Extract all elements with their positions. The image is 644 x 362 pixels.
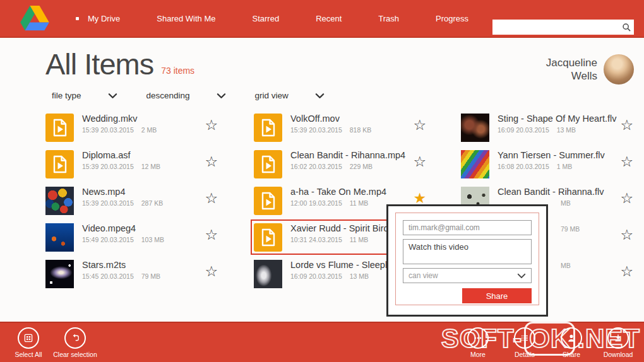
star-toggle-icon[interactable]: ☆ — [205, 118, 218, 132]
file-size: 287 KB — [141, 199, 163, 207]
details-label: Details — [515, 351, 535, 358]
star-toggle-icon[interactable]: ☆ — [413, 118, 426, 132]
main-nav: My DriveShared With MeStarredRecentTrash… — [76, 14, 468, 23]
star-toggle-icon[interactable]: ☆ — [205, 228, 218, 242]
filter-dropdown-file-type[interactable]: file type — [52, 91, 117, 100]
file-item[interactable]: News.mp4 15:39 20.03.2015287 KB ☆ — [45, 185, 218, 222]
star-toggle-icon[interactable]: ☆ — [413, 155, 426, 169]
file-text: Clean Bandit - Rihanna.mp4 16:02 20.03.2… — [290, 150, 405, 170]
file-size: 13 MB — [350, 272, 369, 280]
video-thumbnail — [461, 114, 489, 142]
nav-item-starred[interactable]: Starred — [252, 14, 279, 23]
file-text: VolkOff.mov 15:39 20.03.2015818 KB — [290, 114, 371, 134]
select-all-icon — [18, 327, 39, 349]
file-name: Lorde vs Flume - Sleeple — [290, 260, 392, 271]
share-permission-select[interactable]: can view — [403, 268, 532, 283]
user-name: Jacqueline Wells — [534, 56, 597, 83]
file-size: 79 MB — [561, 225, 580, 233]
file-text: Video.mpeg4 15:49 20.03.2015103 MB — [82, 223, 164, 243]
more-icon — [467, 327, 489, 349]
file-meta: 16:02 20.03.2015229 MB — [290, 163, 405, 170]
filter-bar: file typedescendinggrid view — [52, 91, 354, 100]
file-datetime: 15:45 20.03.2015 — [82, 272, 134, 280]
download-button[interactable]: Download — [595, 327, 641, 358]
share-dialog: Watch this video can view Share — [386, 204, 548, 317]
file-size: 11 MB — [350, 236, 369, 243]
video-thumbnail — [254, 260, 282, 288]
user-avatar[interactable] — [604, 54, 634, 85]
select-all-button[interactable]: Select All — [5, 327, 52, 358]
nav-item-trash[interactable]: Trash — [378, 14, 399, 23]
file-item[interactable]: Yann Tiersen - Summer.flv 16:08 20.03.20… — [461, 149, 633, 185]
file-text: Diploma.asf 15:39 20.03.201512 MB — [82, 150, 160, 170]
file-item[interactable]: Video.mpeg4 15:49 20.03.2015103 MB ☆ — [45, 222, 218, 259]
file-size: 229 MB — [350, 163, 373, 170]
file-meta: 15:39 20.03.2015287 KB — [82, 199, 163, 207]
nav-item-progress[interactable]: Progress — [436, 14, 468, 23]
file-datetime: 10:31 24.03.2015 — [290, 236, 342, 243]
file-text: Yann Tiersen - Summer.flv 16:08 20.03.20… — [498, 150, 605, 170]
bottom-app-bar: Select All Clear selection More Details … — [0, 322, 644, 362]
file-size: MB — [561, 262, 571, 269]
file-name: Clean Bandit - Rihanna.mp4 — [290, 150, 405, 161]
file-name: Clean Bandit - Rihanna.flv — [498, 187, 604, 197]
star-toggle-icon[interactable]: ☆ — [620, 118, 633, 132]
video-file-icon — [45, 187, 74, 215]
file-meta: 16:08 20.03.20151 MB — [498, 163, 605, 170]
star-toggle-icon[interactable]: ☆ — [620, 191, 633, 206]
google-drive-logo-icon[interactable] — [20, 6, 49, 31]
share-submit-button[interactable]: Share — [462, 288, 532, 303]
file-meta: 15:39 20.03.201512 MB — [82, 163, 160, 170]
video-file-icon — [254, 114, 282, 142]
star-toggle-icon[interactable]: ☆ — [620, 155, 633, 169]
user-account[interactable]: Jacqueline Wells — [534, 54, 634, 85]
file-meta: 16:09 20.03.201513 MB — [290, 272, 392, 280]
file-size: 79 MB — [141, 272, 160, 280]
top-nav-bar: My DriveShared With MeStarredRecentTrash… — [0, 0, 644, 38]
search-input[interactable] — [492, 20, 619, 35]
share-button[interactable]: Share — [548, 327, 595, 358]
chevron-down-icon — [108, 93, 117, 99]
file-item[interactable]: Clean Bandit - Rihanna.mp4 16:02 20.03.2… — [254, 149, 426, 185]
chevron-down-icon — [517, 273, 526, 279]
details-button[interactable]: Details — [501, 327, 548, 358]
star-toggle-icon[interactable]: ☆ — [205, 264, 218, 279]
star-toggle-icon[interactable]: ☆ — [205, 155, 218, 169]
star-toggle-icon[interactable]: ★ — [413, 191, 426, 206]
file-text: News.mp4 15:39 20.03.2015287 KB — [82, 187, 163, 207]
star-toggle-icon[interactable]: ☆ — [620, 264, 633, 279]
clear-selection-button[interactable]: Clear selection — [52, 327, 98, 358]
file-item[interactable]: Wedding.mkv 15:39 20.03.20152 MB ☆ — [45, 112, 218, 149]
filter-dropdown-descending[interactable]: descending — [146, 91, 226, 100]
file-size: 103 MB — [141, 236, 164, 243]
file-size: 11 MB — [350, 199, 369, 207]
file-datetime: 15:39 20.03.2015 — [82, 163, 134, 170]
page-title: All Items — [45, 49, 153, 79]
file-item[interactable]: VolkOff.mov 15:39 20.03.2015818 KB ☆ — [254, 112, 426, 149]
active-indicator-dot — [76, 17, 79, 20]
file-item[interactable]: Sting - Shape Of My Heart.flv 16:09 20.0… — [461, 112, 633, 149]
nav-item-recent[interactable]: Recent — [316, 14, 342, 23]
video-thumbnail — [45, 187, 74, 215]
star-toggle-icon[interactable]: ☆ — [620, 228, 633, 242]
video-file-icon — [254, 150, 282, 178]
search-icon[interactable] — [619, 23, 634, 32]
file-item[interactable]: Stars.m2ts 15:45 20.03.201579 MB ☆ — [45, 259, 218, 295]
nav-item-shared-with-me[interactable]: Shared With Me — [157, 14, 215, 23]
file-size: 13 MB — [557, 126, 576, 134]
nav-item-my-drive[interactable]: My Drive — [76, 14, 120, 23]
select-all-label: Select All — [15, 351, 42, 358]
file-name: Wedding.mkv — [82, 114, 157, 124]
file-datetime: 16:08 20.03.2015 — [498, 163, 549, 170]
file-name: Diploma.asf — [82, 150, 160, 161]
star-toggle-icon[interactable]: ☆ — [205, 191, 218, 206]
share-label: Share — [563, 351, 580, 358]
details-icon — [514, 327, 535, 349]
video-file-icon — [45, 150, 74, 178]
share-email-input[interactable] — [403, 220, 532, 235]
video-file-icon — [461, 114, 489, 142]
share-message-input[interactable]: Watch this video — [403, 239, 532, 264]
filter-dropdown-grid-view[interactable]: grid view — [255, 91, 325, 100]
more-button[interactable]: More — [455, 327, 501, 358]
file-item[interactable]: Diploma.asf 15:39 20.03.201512 MB ☆ — [45, 149, 218, 185]
